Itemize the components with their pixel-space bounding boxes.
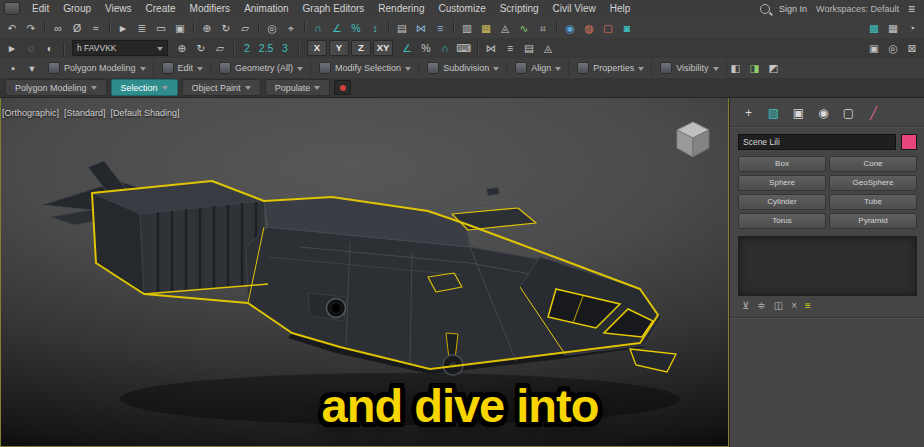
viewport-config-icon[interactable]: ▣ [865, 40, 883, 56]
configure-modifier-sets-icon[interactable]: ≡ [805, 300, 811, 311]
use-pivot-center-icon[interactable]: ◎ [263, 20, 281, 36]
viewport-label-token[interactable]: [Default Shading] [111, 108, 180, 118]
keyboard-override-icon[interactable]: ⌨ [455, 40, 473, 56]
search-icon[interactable] [760, 4, 770, 14]
layers-icon[interactable]: ▤ [520, 40, 538, 56]
separator[interactable] [304, 21, 305, 34]
separator[interactable] [388, 21, 389, 34]
ribbon-group-button[interactable]: Modify Selection [312, 60, 419, 76]
ribbon-show-panels-icon[interactable]: ▪ [4, 60, 22, 76]
menu-item[interactable]: Edit [25, 3, 56, 14]
rendered-frame-icon[interactable]: ▢ [599, 20, 617, 36]
angle-snap-toggle-icon[interactable]: ∠ [398, 40, 416, 56]
remove-modifier-icon[interactable]: × [791, 300, 797, 311]
ribbon-group-button[interactable]: Edit [155, 60, 212, 76]
object-type-button[interactable]: Cylinder [738, 194, 826, 210]
show-end-result-icon[interactable]: ≑ [757, 300, 765, 311]
object-type-button[interactable]: Box [738, 156, 826, 172]
snap-toggle-icon[interactable]: ∩ [309, 20, 327, 36]
mirror-tool-icon[interactable]: ⋈ [482, 40, 500, 56]
select-link-icon[interactable]: ∞ [49, 20, 67, 36]
ribbon-group-button[interactable]: Geometry (All) [212, 60, 311, 76]
render-setup-icon[interactable]: ◍ [580, 20, 598, 36]
ribbon-tab[interactable]: Object Paint [182, 79, 261, 96]
bind-spacewarp-icon[interactable]: ≈ [87, 20, 105, 36]
angle-snap-icon[interactable]: ∠ [328, 20, 346, 36]
viewport-label-token[interactable]: [Orthographic] [2, 108, 59, 118]
select-manipulate-icon[interactable]: ⌖ [282, 20, 300, 36]
ribbon-group-button[interactable]: Align [508, 60, 569, 76]
paint-selection-icon[interactable]: ◐ [41, 40, 59, 56]
create-tab-icon[interactable]: + [740, 106, 757, 121]
undo-icon[interactable]: ↶ [3, 20, 21, 36]
ribbon-tab[interactable]: Polygon Modeling [5, 79, 107, 96]
modifier-stack-box[interactable] [738, 236, 917, 296]
ribbon-help-icon[interactable]: ◩ [765, 60, 783, 76]
scene-explorer-icon[interactable]: ▥ [458, 20, 476, 36]
layer-manager-icon[interactable]: ▦ [477, 20, 495, 36]
display-tab-icon[interactable]: ▢ [840, 106, 857, 121]
object-type-button[interactable]: Sphere [738, 175, 826, 191]
mirror-icon[interactable]: ⋈ [412, 20, 430, 36]
select-by-name-icon[interactable]: ≣ [133, 20, 151, 36]
viewport-label-token[interactable]: [Standard] [64, 108, 106, 118]
modify-tab-icon[interactable]: ▧ [765, 106, 782, 121]
menu-item[interactable]: Create [139, 3, 183, 14]
redo-icon[interactable]: ↷ [22, 20, 40, 36]
selection-mode-icon[interactable]: ► [3, 40, 21, 56]
ribbon-group-button[interactable]: Subdivision [420, 60, 507, 76]
object-name-field[interactable] [738, 134, 896, 150]
unlink-icon[interactable]: Ø [68, 20, 86, 36]
separator[interactable] [44, 21, 45, 34]
ribbon-toggle-icon[interactable]: ◬ [496, 20, 514, 36]
separator[interactable] [193, 21, 194, 34]
separator[interactable] [233, 42, 234, 55]
material-editor-icon[interactable]: ◉ [561, 20, 579, 36]
sign-in-button[interactable]: Sign In [779, 4, 807, 14]
ribbon-group-button[interactable]: Polygon Modeling [41, 60, 154, 76]
scale-tool-icon[interactable]: ▱ [211, 40, 229, 56]
record-icon[interactable] [334, 80, 351, 95]
align-tool-icon[interactable]: ≡ [501, 40, 519, 56]
spinner-snap-icon[interactable]: ↕ [366, 20, 384, 36]
graphite-tools-icon[interactable]: ◬ [539, 40, 557, 56]
object-type-button[interactable]: GeoSphere [829, 175, 917, 191]
pin-stack-icon[interactable]: ⊻ [742, 300, 749, 311]
axis-constraint-button[interactable]: Z [351, 40, 371, 56]
separator[interactable] [298, 42, 299, 55]
percent-snap-toggle-icon[interactable]: % [417, 40, 435, 56]
percent-snap-icon[interactable]: % [347, 20, 365, 36]
snap-25d-icon[interactable]: 2.5 [257, 40, 275, 56]
ribbon-minimize-icon[interactable]: ▾ [23, 60, 41, 76]
axis-constraint-button[interactable]: XY [373, 40, 393, 56]
motion-tab-icon[interactable]: ◉ [815, 106, 832, 121]
isolate-selection-icon[interactable]: ◎ [884, 40, 902, 56]
separator[interactable] [109, 21, 110, 34]
menu-item[interactable]: Scripting [493, 3, 546, 14]
ribbon-group-button[interactable]: Visibility [653, 60, 726, 76]
axis-constraint-button[interactable]: Y [329, 40, 349, 56]
user-account-icon[interactable]: ◔ [903, 20, 921, 36]
axis-constraint-button[interactable]: X [307, 40, 327, 56]
utilities-tab-icon[interactable]: ╱ [865, 106, 882, 121]
lasso-selection-icon[interactable]: ◌ [22, 40, 40, 56]
ribbon-tab[interactable]: Populate [265, 79, 331, 96]
separator[interactable] [453, 21, 454, 34]
menu-item[interactable]: Animation [237, 3, 295, 14]
render-production-icon[interactable]: ◙ [618, 20, 636, 36]
menu-item[interactable]: Customize [431, 3, 492, 14]
magnet-snap-icon[interactable]: ∩ [436, 40, 454, 56]
separator[interactable] [258, 21, 259, 34]
select-object-icon[interactable]: ► [114, 20, 132, 36]
menu-item[interactable]: Help [603, 3, 638, 14]
select-scale-icon[interactable]: ▱ [236, 20, 254, 36]
separator[interactable] [63, 42, 64, 55]
app-logo-icon[interactable] [4, 2, 20, 15]
object-type-button[interactable]: Pyramid [829, 213, 917, 229]
curve-editor-icon[interactable]: ∿ [515, 20, 533, 36]
view-cube[interactable] [673, 119, 713, 161]
menu-item[interactable]: Graph Editors [296, 3, 372, 14]
window-crossing-icon[interactable]: ▣ [171, 20, 189, 36]
lock-selection-icon[interactable]: ⊠ [903, 40, 921, 56]
ribbon-display-icon[interactable]: ◧ [727, 60, 745, 76]
